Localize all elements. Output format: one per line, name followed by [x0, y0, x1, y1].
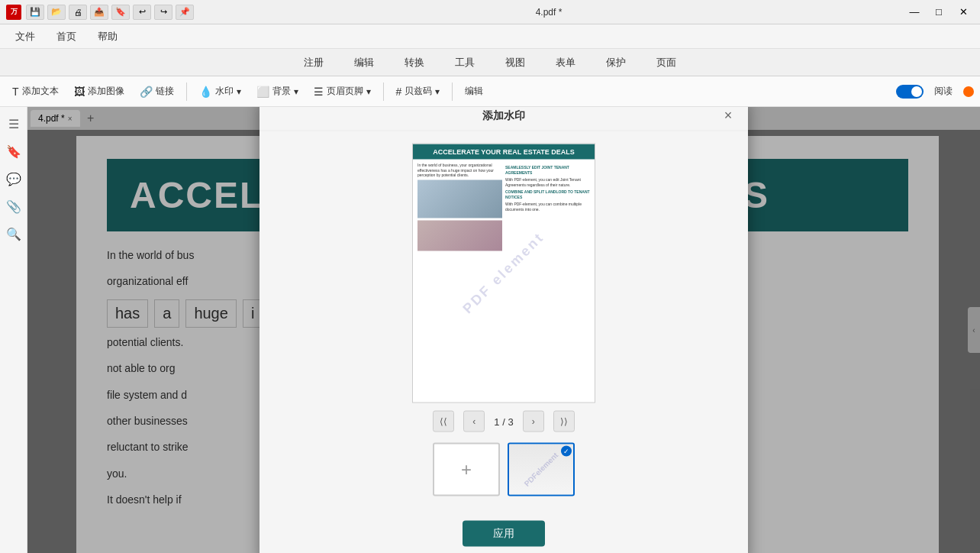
window-controls: — □ ✕: [904, 5, 974, 20]
print-btn[interactable]: 🖨: [69, 5, 87, 20]
title-bar-left: 万 💾 📂 🖨 📤 🔖 ↩ ↪ 📌: [6, 5, 194, 20]
header-footer-btn[interactable]: ☰ 页眉页脚 ▾: [308, 82, 377, 101]
background-icon: ⬜: [256, 86, 269, 98]
title-bar: 万 💾 📂 🖨 📤 🔖 ↩ ↪ 📌 4.pdf * — □ ✕: [0, 0, 980, 24]
sidebar-panels-icon[interactable]: ☰: [3, 113, 24, 134]
tab-convert[interactable]: 转换: [389, 51, 440, 74]
watermark-dialog: 添加水印 × ACCELERATE YOUR REAL ESTATE DEALS…: [260, 107, 748, 553]
page-number-btn[interactable]: # 贝兹码 ▾: [390, 82, 446, 101]
wm-body: In the world of business, your organizat…: [413, 160, 595, 257]
tab-view[interactable]: 视图: [490, 51, 540, 74]
undo-btn[interactable]: ↩: [133, 5, 151, 20]
apply-button[interactable]: 应用: [463, 521, 545, 547]
thumbnails-row: + PDFelement ✓: [272, 443, 736, 496]
menu-bar: 文件 首页 帮助: [0, 24, 980, 49]
watermark-preview-container: ACCELERATE YOUR REAL ESTATE DEALS In the…: [272, 144, 736, 403]
redo-btn[interactable]: ↪: [154, 5, 172, 20]
tab-protect[interactable]: 保护: [591, 51, 641, 74]
dialog-footer: 应用: [260, 521, 748, 547]
open-btn[interactable]: 📂: [47, 5, 66, 20]
wm-section-2-title: COMBINE AND SPLIT LANDLORD TO TENANT NOT…: [505, 189, 590, 200]
watermark-preview: ACCELERATE YOUR REAL ESTATE DEALS In the…: [412, 144, 595, 403]
thumbnail-check-icon: ✓: [561, 446, 572, 457]
page-next-btn[interactable]: ›: [523, 411, 544, 432]
page-last-btn[interactable]: ⟩⟩: [553, 411, 575, 432]
page-number-icon: #: [396, 86, 402, 98]
wm-col-right: SEAMLESSLY EDIT JOINT TENANT AGREEMENTS …: [505, 163, 590, 254]
bookmark-btn[interactable]: 🔖: [111, 5, 130, 20]
menu-file[interactable]: 文件: [6, 27, 44, 47]
close-btn[interactable]: ✕: [953, 5, 974, 20]
tab-tools[interactable]: 工具: [440, 51, 490, 74]
toolbar: T 添加文本 🖼 添加图像 🔗 链接 💧 水印 ▾ ⬜ 背景 ▾ ☰ 页眉页脚 …: [0, 76, 980, 107]
add-text-btn[interactable]: T 添加文本: [6, 82, 65, 101]
dialog-pagination: ⟨⟨ ‹ 1 / 3 › ⟩⟩: [272, 411, 736, 432]
tab-page[interactable]: 页面: [641, 51, 691, 74]
page-prev-btn[interactable]: ‹: [463, 411, 485, 432]
toolbar-divider-3: [452, 82, 453, 101]
sidebar-bookmark-icon[interactable]: 🔖: [3, 141, 24, 162]
dialog-close-btn[interactable]: ×: [719, 107, 737, 125]
wm-col-left: In the world of business, your organizat…: [417, 163, 502, 254]
watermark-btn[interactable]: 💧 水印 ▾: [193, 82, 247, 101]
pin-btn[interactable]: 📌: [176, 5, 194, 20]
add-icon: +: [461, 459, 472, 480]
pdf-viewer: 4.pdf * × + ACCEL DEALS In the world of …: [27, 107, 980, 553]
save-btn[interactable]: 💾: [26, 5, 44, 20]
tab-register[interactable]: 注册: [289, 51, 339, 74]
page-current: 1 / 3: [494, 416, 513, 427]
thumbnail-add[interactable]: +: [433, 443, 500, 496]
tab-edit[interactable]: 编辑: [339, 51, 389, 74]
wm-image-2: [417, 220, 502, 251]
sidebar-search-icon[interactable]: 🔍: [3, 223, 24, 244]
thumbnail-selected[interactable]: PDFelement ✓: [508, 443, 575, 496]
dot-indicator: [963, 86, 974, 97]
tab-form[interactable]: 表单: [540, 51, 591, 74]
main-content: ☰ 🔖 💬 📎 🔍 4.pdf * × + ACCEL DEALS In the…: [0, 107, 980, 553]
link-icon: 🔗: [140, 86, 153, 98]
dialog-title: 添加水印: [482, 109, 525, 123]
wm-image-1: [417, 179, 502, 218]
page-first-btn[interactable]: ⟨⟨: [433, 411, 454, 432]
menu-home[interactable]: 首页: [47, 27, 85, 47]
edit-mode-btn[interactable]: 编辑: [459, 82, 489, 101]
link-btn[interactable]: 🔗 链接: [134, 82, 180, 101]
sidebar-attachment-icon[interactable]: 📎: [3, 196, 24, 217]
read-btn[interactable]: 阅读: [927, 82, 960, 101]
watermark-icon: 💧: [199, 86, 212, 98]
dialog-header: 添加水印 ×: [260, 107, 748, 131]
wm-section-1-text: With PDF-element, you can edit Joint Ten…: [505, 177, 590, 187]
sidebar-comment-icon[interactable]: 💬: [3, 168, 24, 189]
quick-access-toolbar: 💾 📂 🖨 📤 🔖 ↩ ↪ 📌: [26, 5, 194, 20]
wm-two-col: In the world of business, your organizat…: [417, 163, 590, 254]
share-btn[interactable]: 📤: [90, 5, 108, 20]
wm-section-2-text: With PDF-element, you can combine multip…: [505, 202, 590, 212]
header-footer-icon: ☰: [314, 86, 324, 98]
wm-header: ACCELERATE YOUR REAL ESTATE DEALS: [413, 144, 595, 160]
thumbnail-watermark-text: PDFelement: [523, 451, 560, 488]
minimize-btn[interactable]: —: [904, 5, 925, 20]
background-btn[interactable]: ⬜ 背景 ▾: [250, 82, 305, 101]
text-icon: T: [12, 86, 19, 98]
dialog-body: ACCELERATE YOUR REAL ESTATE DEALS In the…: [260, 131, 748, 521]
window-title: 4.pdf *: [194, 7, 904, 18]
wm-body-text: In the world of business, your organizat…: [417, 163, 502, 178]
toolbar-toggle: 阅读: [896, 82, 974, 101]
app-logo: 万: [6, 5, 21, 20]
menu-help[interactable]: 帮助: [89, 27, 127, 47]
wm-section-1-title: SEAMLESSLY EDIT JOINT TENANT AGREEMENTS: [505, 165, 590, 176]
toggle-switch[interactable]: [896, 85, 924, 99]
toolbar-divider-2: [383, 82, 384, 101]
toolbar-divider-1: [186, 82, 187, 101]
add-image-btn[interactable]: 🖼 添加图像: [68, 82, 131, 101]
tab-bar: 注册 编辑 转换 工具 视图 表单 保护 页面: [0, 49, 980, 76]
maximize-btn[interactable]: □: [928, 5, 949, 20]
left-sidebar: ☰ 🔖 💬 📎 🔍: [0, 107, 27, 553]
image-icon: 🖼: [74, 86, 85, 98]
